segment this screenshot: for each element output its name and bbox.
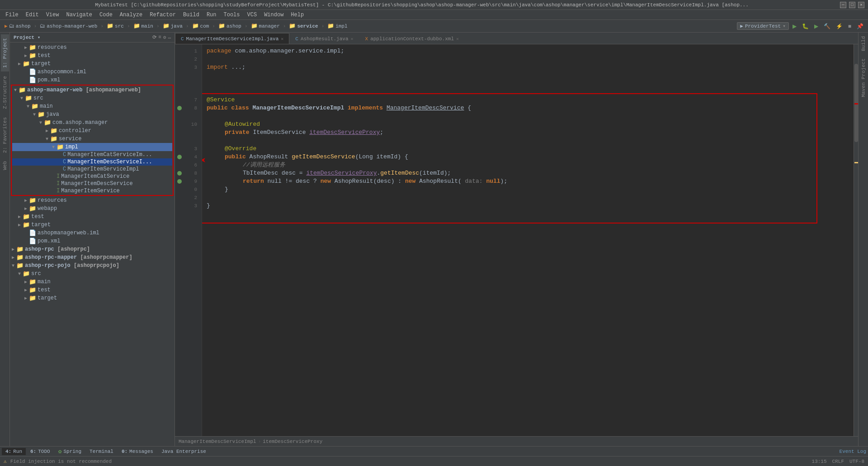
more-icon[interactable]: … <box>168 34 171 40</box>
tree-item-service[interactable]: ▼ 📁 service <box>12 135 172 143</box>
minimize-button[interactable]: ─ <box>840 2 846 8</box>
menu-analyze[interactable]: Analyze <box>116 10 146 19</box>
tree-item-pom-2[interactable]: ▶ 📄 pom.xml <box>10 237 175 245</box>
status-bar: ⚠ Field injection is not recommended 13:… <box>0 456 868 466</box>
bottom-tab-java-enterprise[interactable]: Java Enterprise <box>158 448 210 455</box>
bottom-tab-spring[interactable]: ✿ Spring <box>55 447 85 456</box>
event-log-link[interactable]: Event Log <box>840 449 866 454</box>
tree-item-mgr-cat-svc[interactable]: ▶ I ManagerItemCatService <box>12 173 172 180</box>
nav-ashop-manager-web[interactable]: 🗂 ashop-manager-web <box>38 22 99 30</box>
menu-run[interactable]: Run <box>203 10 220 19</box>
menu-navigate[interactable]: Navigate <box>62 10 96 19</box>
stop-button[interactable]: ■ <box>846 22 853 30</box>
coverage-button[interactable]: ▶ <box>812 22 820 30</box>
pin-button[interactable]: 📌 <box>855 22 865 30</box>
tree-item-java[interactable]: ▼ 📁 java <box>12 110 172 119</box>
nav-service[interactable]: 📁 service <box>287 22 320 30</box>
tree-item-ashop-rpc-pojo[interactable]: ▼ 📁 ashop-rpc-pojo [ashoprpcpojo] <box>10 262 175 270</box>
tab-maven-project[interactable]: Maven Project <box>859 55 868 101</box>
menu-edit[interactable]: Edit <box>22 10 42 19</box>
nav-src[interactable]: 📁 src <box>105 22 126 30</box>
line-num-18: 0 <box>186 185 200 194</box>
menu-view[interactable]: View <box>42 10 63 19</box>
tree-item-controller[interactable]: ▶ 📁 controller <box>12 127 172 135</box>
tab-manager-item-desc-impl[interactable]: C ManagerItemDescServiceImpl.java ✕ <box>175 33 289 44</box>
status-left: ⚠ Field injection is not recommended <box>4 458 112 464</box>
editor-scrollbar[interactable] <box>854 44 858 436</box>
nav-main[interactable]: 📁 main <box>132 22 155 30</box>
tree-item-ashop-manager-web[interactable]: ▼ 📁 ashop-manager-web [ashopmanagerweb] <box>12 86 172 94</box>
nav-ashop2[interactable]: 📁 ashop <box>217 22 243 30</box>
tree-item-mgr-svc[interactable]: ▶ I ManagerItemService <box>12 187 172 195</box>
tree-item-pom-1[interactable]: ▶ 📄 pom.xml <box>10 76 175 84</box>
tree-item-com-ashop-manager[interactable]: ▼ 📁 com.ashop.manager <box>12 119 172 127</box>
menu-window[interactable]: Window <box>260 10 287 19</box>
menu-help[interactable]: Help <box>287 10 307 19</box>
gutter-line-10 <box>175 120 184 128</box>
tab-close-3[interactable]: ✕ <box>456 36 459 42</box>
maximize-button[interactable]: □ <box>849 2 855 8</box>
tab-project[interactable]: 1: Project <box>1 34 9 71</box>
tree-item-mgr-desc-impl[interactable]: ▶ C ManagerItemDescServiceI... <box>12 158 172 166</box>
run-button[interactable]: ▶ <box>791 22 798 30</box>
tree-item-resources[interactable]: ▶ 📁 resources <box>10 43 175 52</box>
tree-item-main[interactable]: ▼ 📁 main <box>12 102 172 110</box>
tab-close-1[interactable]: ✕ <box>281 36 283 42</box>
menu-code[interactable]: Code <box>96 10 116 19</box>
tab-structure[interactable]: Z-Structure <box>1 72 9 113</box>
tab-close-2[interactable]: ✕ <box>351 36 354 42</box>
bottom-tab-run[interactable]: 4: Run <box>2 448 26 455</box>
tree-item-rpc-pojo-test[interactable]: ▶ 📁 test <box>10 286 175 294</box>
menu-build[interactable]: Build <box>179 10 203 19</box>
profile-button[interactable]: ⚡ <box>834 22 844 30</box>
close-button[interactable]: ✕ <box>858 2 864 8</box>
run-config-selector[interactable]: ▶ ProviderTest ▾ <box>737 22 788 30</box>
project-panel: Project ▾ ⟳ ≡ ⚙ … ▶ 📁 resources ▶ 📁 test <box>10 33 175 446</box>
tree-item-resources-2[interactable]: ▶ 📁 resources <box>10 196 175 204</box>
tree-item-ashop-rpc-mapper[interactable]: ▶ 📁 ashop-rpc-mapper [ashoprpcmapper] <box>10 253 175 262</box>
tree-item-rpc-pojo-src[interactable]: ▼ 📁 src <box>10 270 175 278</box>
build-button[interactable]: 🔨 <box>822 22 832 30</box>
collapse-icon[interactable]: ≡ <box>158 34 161 40</box>
red-arrow-indicator: ➤ <box>202 157 206 166</box>
nav-com[interactable]: 📁 com <box>190 22 211 30</box>
tree-item-target-1[interactable]: ▶ 📁 target <box>10 60 175 68</box>
tab-build[interactable]: Build <box>859 33 868 55</box>
tab-favorites[interactable]: 2: Favorites <box>1 114 9 157</box>
nav-manager[interactable]: 📁 manager <box>249 22 282 30</box>
code-content[interactable]: ➤ package com.ashop.manager.service.impl… <box>202 44 854 436</box>
menu-file[interactable]: File <box>2 10 22 19</box>
settings-icon[interactable]: ⚙ <box>163 34 166 40</box>
tree-item-target-2[interactable]: ▶ 📁 target <box>10 221 175 229</box>
tree-item-mgr-svc-impl[interactable]: ▶ C ManagerItemServiceImpl <box>12 166 172 173</box>
tree-item-rpc-pojo-target[interactable]: ▶ 📁 target <box>10 294 175 302</box>
bottom-tab-messages[interactable]: 0: Messages <box>118 448 157 455</box>
tree-item-mgr-desc-svc[interactable]: ▶ I ManagerItemDescService <box>12 180 172 187</box>
tab-ashop-result[interactable]: C AshopResult.java ✕ <box>289 33 359 44</box>
line-num-17: 9 <box>186 177 200 185</box>
debug-button[interactable]: 🐛 <box>800 22 811 30</box>
tree-item-test-1[interactable]: ▶ 📁 test <box>10 52 175 60</box>
nav-impl[interactable]: 📁 impl <box>326 22 349 30</box>
tree-item-ashopcommon-iml[interactable]: ▶ 📄 ashopcommon.iml <box>10 68 175 76</box>
tree-item-ashop-rpc[interactable]: ▶ 📁 ashop-rpc [ashoprpc] <box>10 245 175 253</box>
bottom-tab-todo[interactable]: 6: TODO <box>27 448 54 455</box>
bottom-tab-terminal[interactable]: Terminal <box>86 448 117 455</box>
tree-item-src[interactable]: ▼ 📁 src <box>12 94 172 102</box>
gutter-line-23 <box>175 226 184 234</box>
tree-item-ashopmanagerweb-iml[interactable]: ▶ 📄 ashopmanagerweb.iml <box>10 229 175 237</box>
menu-tools[interactable]: Tools <box>220 10 244 19</box>
tree-item-test-2[interactable]: ▶ 📁 test <box>10 213 175 221</box>
tree-item-webapp[interactable]: ▶ 📁 webapp <box>10 204 175 213</box>
tree-item-impl[interactable]: ▼ 📁 impl <box>12 143 172 151</box>
tab-web[interactable]: Web <box>1 157 9 174</box>
sync-icon[interactable]: ⟳ <box>152 34 156 40</box>
tab-app-context-dubbo[interactable]: X applicationContext-dubbo.xml ✕ <box>359 33 465 44</box>
tree-item-rpc-pojo-main[interactable]: ▶ 📁 main <box>10 278 175 286</box>
menu-refactor[interactable]: Refactor <box>146 10 179 19</box>
nav-java[interactable]: 📁 java <box>161 22 184 30</box>
menu-vcs[interactable]: VCS <box>244 10 261 19</box>
run-tab-label: Run <box>13 449 22 454</box>
tree-item-mgr-cat-impl[interactable]: ▶ C ManagerItemCatServiceIm... <box>12 151 172 158</box>
nav-ashop[interactable]: ▶ 🗂 ashop <box>3 22 33 30</box>
